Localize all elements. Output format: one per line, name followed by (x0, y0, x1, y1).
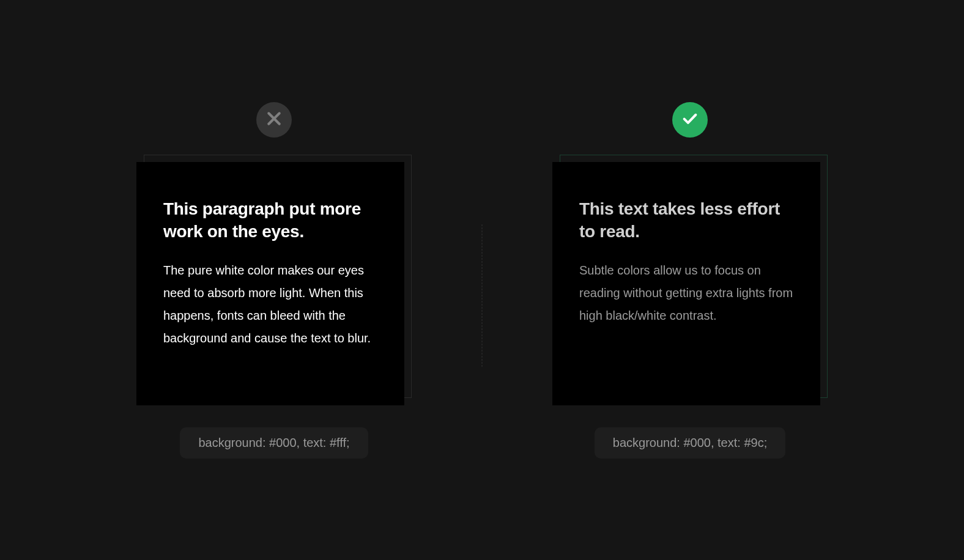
right-card: This text takes less effort to read. Sub… (552, 162, 820, 405)
vertical-divider (482, 224, 483, 367)
right-caption: background: #000, text: #9c; (595, 427, 785, 459)
fail-badge (256, 102, 292, 138)
left-card: This paragraph put more work on the eyes… (136, 162, 404, 405)
check-icon (681, 109, 699, 130)
right-heading: This text takes less effort to read. (579, 197, 793, 244)
right-column: This text takes less effort to read. Sub… (482, 102, 898, 459)
left-card-wrapper: This paragraph put more work on the eyes… (136, 155, 412, 405)
cross-icon (265, 109, 283, 130)
success-badge (672, 102, 708, 138)
left-body: The pure white color makes our eyes need… (163, 259, 377, 350)
left-heading: This paragraph put more work on the eyes… (163, 197, 377, 244)
right-card-wrapper: This text takes less effort to read. Sub… (552, 155, 828, 405)
comparison-container: This paragraph put more work on the eyes… (0, 102, 964, 459)
left-caption: background: #000, text: #fff; (180, 427, 368, 459)
right-body: Subtle colors allow us to focus on readi… (579, 259, 793, 327)
left-column: This paragraph put more work on the eyes… (66, 102, 482, 459)
